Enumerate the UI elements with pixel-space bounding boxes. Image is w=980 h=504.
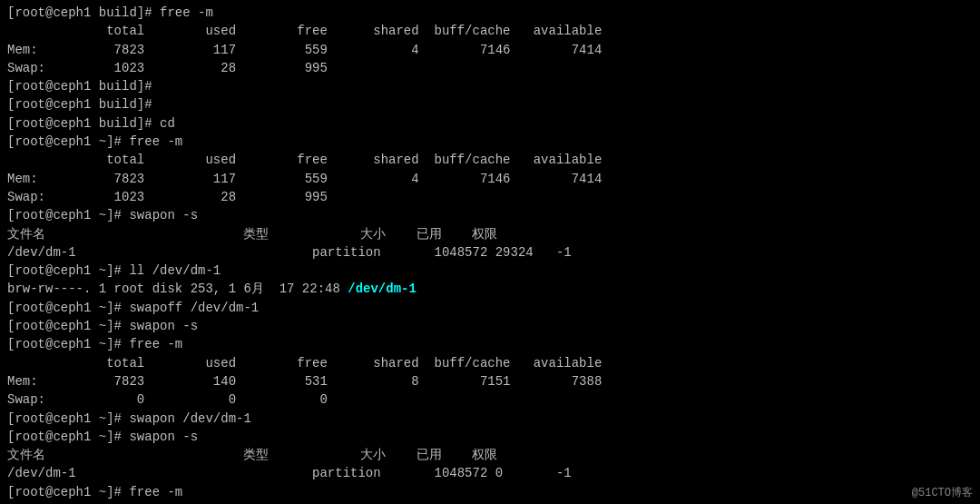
terminal-line: [root@ceph1 ~]# swapon -s <box>7 428 973 446</box>
terminal-line: total used free shared buff/cache availa… <box>7 151 973 169</box>
terminal-line: /dev/dm-1 partition 1048572 0 -1 <box>7 464 973 482</box>
terminal-line: [root@ceph1 ~]# swapon /dev/dm-1 <box>7 410 973 428</box>
terminal-line: Swap: 0 0 0 <box>7 390 973 409</box>
terminal-line: [root@ceph1 ~]# swapon -s <box>7 317 973 335</box>
file-highlight: /dev/dm-1 <box>348 282 416 296</box>
terminal-line: 文件名 类型 大小 已用 权限 <box>7 446 973 464</box>
terminal-line: [root@ceph1 ~]# free -m <box>7 335 973 353</box>
terminal-line: total used free shared buff/cache availa… <box>7 22 973 40</box>
terminal-line: Mem: 7823 117 559 4 7146 7414 <box>7 41 973 59</box>
watermark: @51CTO博客 <box>912 485 973 500</box>
terminal-line: [root@ceph1 ~]# free -m <box>7 483 973 501</box>
terminal-line: [root@ceph1 ~]# swapon -s <box>7 206 973 224</box>
terminal-line: brw-rw----. 1 root disk 253, 1 6月 17 22:… <box>7 280 973 298</box>
terminal-line: [root@ceph1 build]# <box>7 77 973 95</box>
terminal-line: Swap: 1023 28 995 <box>7 59 973 77</box>
terminal-line: [root@ceph1 build]# <box>7 95 973 114</box>
terminal-line: Swap: 1023 28 995 <box>7 188 973 206</box>
terminal-line: [root@ceph1 build]# free -m <box>7 4 973 22</box>
terminal-line: total used free shared buff/cache availa… <box>7 354 973 372</box>
terminal-line: [root@ceph1 ~]# swapoff /dev/dm-1 <box>7 299 973 317</box>
terminal-window: [root@ceph1 build]# free -m total used f… <box>0 0 980 504</box>
terminal-line: [root@ceph1 ~]# ll /dev/dm-1 <box>7 262 973 280</box>
terminal-line: /dev/dm-1 partition 1048572 29324 -1 <box>7 243 973 262</box>
terminal-line: Mem: 7823 117 559 4 7146 7414 <box>7 170 973 188</box>
terminal-line: [root@ceph1 ~]# free -m <box>7 133 973 151</box>
terminal-line: 文件名 类型 大小 已用 权限 <box>7 225 973 243</box>
terminal-output: [root@ceph1 build]# free -m total used f… <box>7 4 973 504</box>
terminal-line: [root@ceph1 build]# cd <box>7 114 973 133</box>
terminal-line: Mem: 7823 140 531 8 7151 7388 <box>7 372 973 390</box>
